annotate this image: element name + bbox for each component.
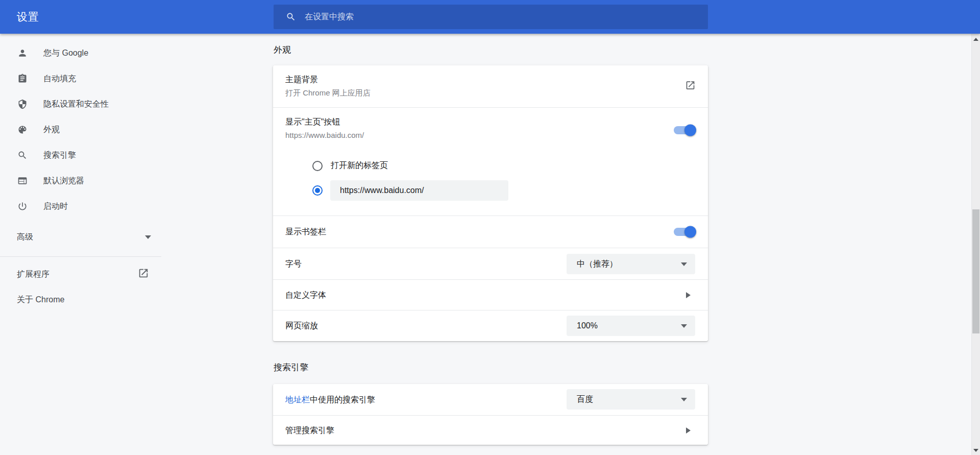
sidebar-item-extensions[interactable]: 扩展程序	[0, 261, 161, 287]
home-button-subtitle: https://www.baidu.com/	[285, 130, 696, 141]
search-engine-card: 地址栏中使用的搜索引擎 百度 管理搜索引擎	[273, 384, 708, 445]
chevron-right-icon	[686, 292, 691, 298]
chevron-down-icon	[681, 398, 687, 401]
sidebar-item-label: 您与 Google	[43, 48, 88, 59]
home-option-ntp: 打开新的标签页	[285, 160, 696, 171]
font-size-select[interactable]: 中（推荐）	[567, 254, 695, 274]
external-link-icon[interactable]	[685, 80, 696, 93]
manage-search-engines-title: 管理搜索引擎	[285, 425, 334, 436]
chevron-down-icon	[681, 324, 687, 328]
sidebar-item-label: 搜索引擎	[43, 150, 76, 161]
sidebar-item-label: 默认浏览器	[43, 176, 84, 186]
search-engine-heading: 搜索引擎	[274, 361, 708, 375]
search-engine-value: 百度	[577, 394, 593, 405]
autofill-icon	[17, 74, 28, 84]
homepage-url-input[interactable]	[330, 180, 508, 201]
show-bookmarks-bar-row: 显示书签栏	[273, 215, 708, 248]
chevron-right-icon	[686, 427, 691, 434]
search-input[interactable]	[305, 12, 702, 21]
page-zoom-title: 网页缩放	[285, 320, 318, 331]
settings-page: 设置 您与 Google 自动填充 隐私设置和安全性 外观 搜索引擎	[0, 0, 980, 455]
advanced-label: 高级	[17, 232, 33, 243]
search-icon	[17, 150, 28, 160]
page-zoom-select[interactable]: 100%	[567, 316, 695, 336]
page-zoom-row: 网页缩放 100%	[273, 310, 708, 341]
show-home-button-row: 显示"主页"按钮 https://www.baidu.com/ 打开新的标签页	[273, 107, 708, 215]
power-icon	[17, 201, 28, 211]
chevron-down-icon	[145, 235, 151, 239]
scrollbar-up-arrow-icon[interactable]	[973, 38, 978, 41]
custom-fonts-row[interactable]: 自定义字体	[273, 279, 708, 310]
sidebar-advanced-expander[interactable]: 高级	[0, 224, 161, 250]
sidebar: 您与 Google 自动填充 隐私设置和安全性 外观 搜索引擎 默认浏览器 启动…	[0, 34, 161, 313]
sidebar-item-default-browser[interactable]: 默认浏览器	[0, 168, 161, 194]
palette-icon	[17, 125, 28, 135]
toggle-knob	[684, 125, 696, 136]
sidebar-item-on-startup[interactable]: 启动时	[0, 194, 161, 219]
sidebar-item-label: 启动时	[43, 201, 68, 212]
bookmarks-bar-toggle[interactable]	[674, 228, 696, 236]
theme-row[interactable]: 主题背景 打开 Chrome 网上应用店	[273, 65, 708, 107]
scrollbar-down-arrow-icon[interactable]	[973, 449, 978, 452]
external-link-icon	[138, 268, 149, 281]
sidebar-item-label: 外观	[43, 125, 60, 135]
search-icon	[286, 12, 296, 22]
appearance-card: 主题背景 打开 Chrome 网上应用店 显示"主页"按钮 https://ww…	[273, 65, 708, 341]
extensions-label: 扩展程序	[17, 269, 50, 280]
sidebar-item-about-chrome[interactable]: 关于 Chrome	[0, 287, 161, 313]
page-zoom-value: 100%	[577, 321, 598, 330]
sidebar-divider	[0, 256, 161, 257]
font-size-value: 中（推荐）	[577, 259, 618, 270]
theme-title: 主题背景	[285, 74, 708, 85]
home-button-title: 显示"主页"按钮	[285, 116, 696, 128]
home-button-toggle[interactable]	[674, 126, 696, 134]
sidebar-item-search-engine[interactable]: 搜索引擎	[0, 142, 161, 168]
address-bar-link[interactable]: 地址栏	[285, 395, 310, 404]
bookmarks-bar-title: 显示书签栏	[285, 226, 326, 237]
about-label: 关于 Chrome	[17, 295, 64, 305]
shield-icon	[17, 99, 28, 109]
sidebar-item-label: 自动填充	[43, 74, 76, 84]
radio-selected[interactable]	[312, 185, 323, 196]
person-icon	[17, 48, 28, 58]
sidebar-item-label: 隐私设置和安全性	[43, 99, 109, 110]
radio-label: 打开新的标签页	[331, 160, 388, 171]
chevron-down-icon	[681, 262, 687, 266]
sidebar-item-you-and-google[interactable]: 您与 Google	[0, 40, 161, 66]
toggle-knob	[684, 226, 696, 238]
font-size-title: 字号	[285, 258, 302, 270]
sidebar-item-appearance[interactable]: 外观	[0, 117, 161, 142]
search-engine-select[interactable]: 百度	[567, 389, 695, 410]
default-search-engine-row: 地址栏中使用的搜索引擎 百度	[273, 384, 708, 415]
main-content: 外观 主题背景 打开 Chrome 网上应用店 显示"主页"按钮 https:/…	[273, 34, 708, 445]
page-title: 设置	[17, 10, 39, 24]
header-toolbar: 设置	[0, 0, 980, 34]
label-rest: 中使用的搜索引擎	[310, 395, 375, 404]
manage-search-engines-row[interactable]: 管理搜索引擎	[273, 415, 708, 445]
scrollbar-thumb[interactable]	[972, 209, 979, 333]
font-size-row: 字号 中（推荐）	[273, 248, 708, 279]
home-option-custom-url	[285, 180, 696, 201]
scrollbar-track[interactable]	[971, 34, 980, 455]
browser-icon	[17, 176, 28, 186]
theme-subtitle: 打开 Chrome 网上应用店	[285, 87, 708, 99]
default-search-engine-label: 地址栏中使用的搜索引擎	[285, 394, 375, 405]
radio-unselected[interactable]	[312, 161, 323, 171]
sidebar-item-autofill[interactable]: 自动填充	[0, 66, 161, 91]
appearance-heading: 外观	[274, 43, 708, 57]
settings-search-box[interactable]	[274, 5, 708, 29]
custom-fonts-title: 自定义字体	[285, 290, 326, 301]
sidebar-item-privacy-security[interactable]: 隐私设置和安全性	[0, 91, 161, 117]
